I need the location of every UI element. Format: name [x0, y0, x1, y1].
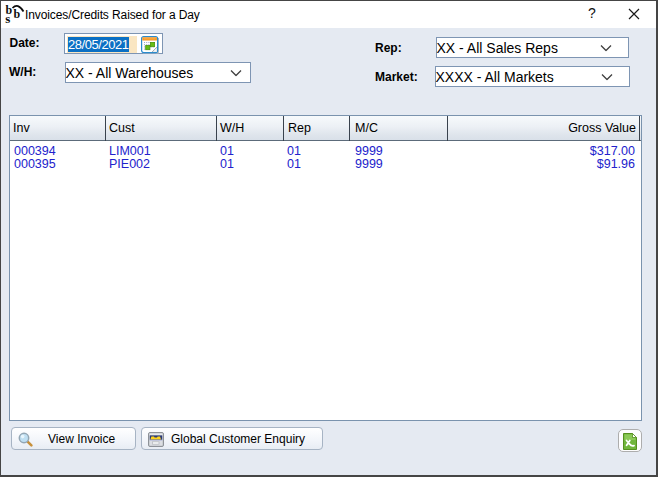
svg-text:b: b — [14, 7, 21, 21]
svg-text:s: s — [5, 11, 10, 25]
